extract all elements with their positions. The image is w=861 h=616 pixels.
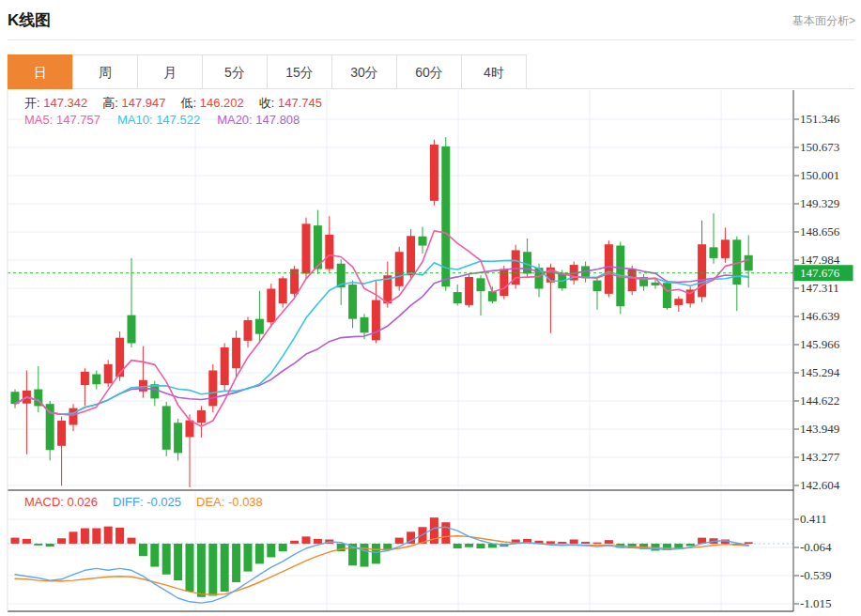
info-item-ma5: MA5: 147.757: [24, 113, 100, 127]
svg-text:145.294: 145.294: [800, 365, 840, 379]
svg-text:151.346: 151.346: [800, 112, 840, 126]
svg-text:142.604: 142.604: [800, 478, 840, 492]
tab-period-1[interactable]: 周: [72, 54, 138, 89]
info-value: 147.745: [278, 96, 322, 110]
page-title: K线图: [8, 9, 51, 31]
svg-text:147.676: 147.676: [800, 266, 840, 280]
tab-period-6[interactable]: 60分: [396, 54, 462, 89]
ohlc-info-bar: 开: 147.342高: 147.947低: 146.202收: 147.745: [24, 95, 337, 112]
macd-info-bar: MACD: 0.026DIFF: -0.025DEA: -0.038: [24, 495, 278, 509]
svg-text:143.277: 143.277: [800, 450, 840, 464]
info-item-dea: DEA: -0.038: [196, 495, 263, 509]
info-label: 高:: [102, 96, 121, 110]
info-value: 147.947: [121, 96, 165, 110]
svg-text:143.949: 143.949: [800, 422, 839, 436]
info-label: 收:: [259, 96, 278, 110]
info-item-macd: MACD: 0.026: [24, 495, 98, 509]
tab-period-4[interactable]: 15分: [267, 54, 332, 89]
last-price-tag: 147.676: [794, 265, 853, 281]
svg-text:149.329: 149.329: [800, 196, 839, 210]
info-label: 低:: [180, 96, 199, 110]
ma-info-bar: MA5: 147.757MA10: 147.522MA20: 147.808: [24, 113, 316, 127]
svg-text:144.622: 144.622: [800, 393, 839, 408]
tab-period-0[interactable]: 日: [8, 54, 73, 89]
tab-period-3[interactable]: 5分: [202, 54, 268, 89]
tab-period-2[interactable]: 月: [137, 54, 203, 89]
svg-text:-0.539: -0.539: [800, 568, 832, 582]
svg-text:148.656: 148.656: [800, 224, 840, 239]
svg-text:150.673: 150.673: [800, 140, 839, 154]
info-label: 开:: [24, 96, 43, 110]
title-divider: [8, 39, 854, 40]
svg-text:-1.015: -1.015: [800, 596, 832, 610]
info-value: 147.342: [43, 96, 87, 110]
svg-text:0.411: 0.411: [800, 512, 827, 526]
info-item-diff: DIFF: -0.025: [113, 495, 181, 509]
svg-text:146.639: 146.639: [800, 309, 839, 323]
svg-text:147.311: 147.311: [800, 281, 839, 295]
svg-text:145.966: 145.966: [800, 337, 840, 351]
info-value: 146.202: [200, 96, 244, 110]
info-item-ma20: MA20: 147.808: [217, 113, 300, 127]
period-tab-bar: 日周月5分15分30分60分4时: [8, 54, 854, 89]
info-item-ma10: MA10: 147.522: [117, 113, 200, 127]
svg-text:150.001: 150.001: [800, 168, 839, 182]
svg-text:147.984: 147.984: [800, 253, 840, 267]
kline-chart-canvas[interactable]: 151.346150.673150.001149.329148.656147.9…: [0, 0, 861, 616]
fundamental-analysis-link[interactable]: 基本面分析>: [792, 13, 855, 29]
tab-period-5[interactable]: 30分: [331, 54, 397, 89]
svg-text:-0.064: -0.064: [800, 540, 832, 554]
tab-period-7[interactable]: 4时: [461, 54, 527, 89]
kline-page: 151.346150.673150.001149.329148.656147.9…: [0, 0, 861, 616]
